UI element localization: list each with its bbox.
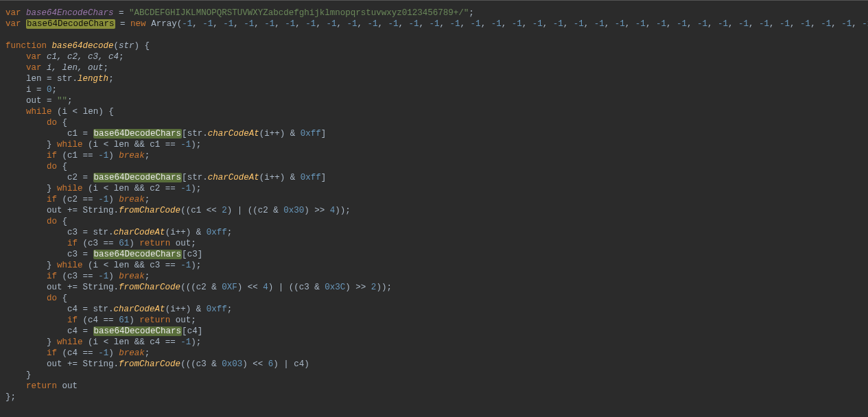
- code-line: len = str.length;: [5, 74, 114, 84]
- code-line: } while (i < len && c4 == -1);: [5, 337, 201, 347]
- code-line: i = 0;: [5, 85, 57, 95]
- code-line: out += String.fromCharCode((c1 << 2) | (…: [5, 206, 351, 215]
- code-line: if (c3 == -1) break;: [5, 272, 150, 281]
- code-line: [5, 30, 11, 40]
- highlight-decode: base64DecodeChars: [26, 19, 115, 29]
- string-literal: "ABCDEFGHIJKLMNOPQRSTUVWXYZabcdefghijklm…: [129, 8, 469, 18]
- code-line: function base64decode(str) {: [5, 41, 150, 51]
- code-line: c3 = base64DecodeChars[c3]: [5, 250, 202, 259]
- highlight-decode: base64DecodeChars: [93, 250, 183, 259]
- code-line: if (c2 == -1) break;: [5, 195, 150, 204]
- code-line: out = "";: [5, 96, 73, 106]
- code-line: do {: [5, 217, 67, 226]
- code-line: } while (i < len && c3 == -1);: [5, 261, 201, 270]
- ident-encode: base64EncodeChars: [26, 8, 114, 18]
- code-line: var base64EncodeChars = "ABCDEFGHIJKLMNO…: [5, 8, 474, 18]
- code-line: out += String.fromCharCode(((c2 & 0XF) <…: [5, 283, 392, 292]
- code-line: };: [5, 392, 16, 402]
- code-line: } while (i < len && c2 == -1);: [5, 184, 201, 193]
- code-line: do {: [5, 162, 67, 171]
- code-line: c1 = base64DecodeChars[str.charCodeAt(i+…: [5, 129, 326, 139]
- code-line: if (c4 == -1) break;: [5, 348, 150, 358]
- code-line: c3 = str.charCodeAt(i++) & 0xff;: [5, 228, 232, 237]
- highlight-decode: base64DecodeChars: [93, 173, 183, 182]
- func-name: base64decode: [52, 41, 114, 51]
- code-line: var i, len, out;: [5, 63, 108, 73]
- code-line: return out: [5, 381, 78, 391]
- code-line: if (c1 == -1) break;: [5, 151, 150, 160]
- code-line: out += String.fromCharCode(((c3 & 0x03) …: [5, 359, 309, 369]
- highlight-decode: base64DecodeChars: [93, 129, 183, 139]
- code-line: if (c4 == 61) return out;: [5, 315, 196, 325]
- code-line: var c1, c2, c3, c4;: [5, 52, 124, 62]
- code-line: do {: [5, 118, 67, 128]
- code-editor[interactable]: var base64EncodeChars = "ABCDEFGHIJKLMNO…: [0, 0, 868, 409]
- code-line: c4 = base64DecodeChars[c4]: [5, 326, 202, 336]
- code-line: var base64DecodeChars = new Array(-1, -1…: [5, 19, 868, 29]
- code-line: }: [5, 370, 32, 380]
- code-line: if (c3 == 61) return out;: [5, 239, 196, 248]
- code-line: c4 = str.charCodeAt(i++) & 0xff;: [5, 305, 232, 314]
- code-line: while (i < len) {: [5, 107, 114, 117]
- highlight-decode: base64DecodeChars: [93, 326, 183, 336]
- code-line: c2 = base64DecodeChars[str.charCodeAt(i+…: [5, 173, 326, 182]
- code-line: } while (i < len && c1 == -1);: [5, 140, 201, 150]
- code-line: do {: [5, 294, 67, 303]
- keyword-var: var: [5, 8, 21, 18]
